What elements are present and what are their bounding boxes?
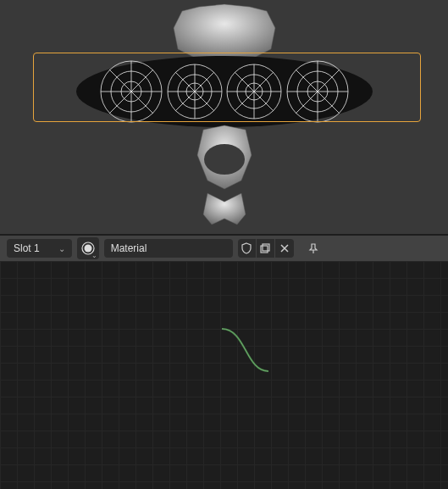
material-name-field[interactable]: Material [104, 239, 233, 258]
chevron-down-icon: ⌄ [91, 252, 97, 259]
shield-icon [241, 242, 252, 254]
svg-point-29 [204, 144, 245, 175]
duplicate-icon [259, 242, 271, 254]
svg-rect-33 [263, 244, 269, 251]
slot-label: Slot 1 [14, 242, 40, 254]
node-connection-wire [0, 261, 448, 489]
new-material-button[interactable] [257, 239, 275, 258]
viewport-3d[interactable] [0, 0, 448, 234]
material-action-group [238, 239, 294, 258]
shader-node-editor[interactable]: ▼ グラスBSDF BSDF ベックマン ⌄ カラー 粗さ 0.000 [0, 261, 448, 489]
mesh-preview [72, 3, 377, 231]
fake-user-button[interactable] [238, 239, 257, 258]
material-header-bar: Slot 1 ⌄ ⌄ Material [0, 236, 448, 261]
chevron-down-icon: ⌄ [58, 244, 65, 253]
pin-icon [307, 242, 319, 254]
pin-button[interactable] [304, 239, 323, 258]
close-icon [279, 243, 290, 253]
svg-rect-32 [261, 246, 268, 253]
unlink-material-button[interactable] [275, 239, 294, 258]
material-slot-dropdown[interactable]: Slot 1 ⌄ [7, 239, 72, 258]
browse-material-button[interactable]: ⌄ [77, 237, 99, 259]
